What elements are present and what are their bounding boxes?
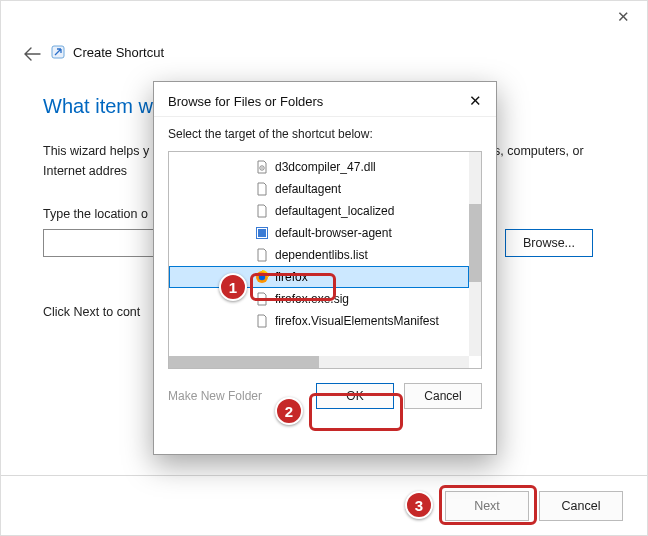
file-label: defaultagent [275,182,341,196]
dialog-button-row: Make New Folder OK Cancel [154,369,496,409]
dialog-instruction: Select the target of the shortcut below: [154,117,496,151]
cancel-button[interactable]: Cancel [539,491,623,521]
back-arrow-icon[interactable] [23,47,41,65]
file-icon [255,314,269,328]
file-label: firefox.VisualElementsManifest [275,314,439,328]
file-item-defaultagent[interactable]: defaultagent [169,178,469,200]
horizontal-scroll-thumb[interactable] [169,356,319,368]
file-item-defaultagent-localized[interactable]: defaultagent_localized [169,200,469,222]
dll-icon [255,160,269,174]
svg-point-6 [259,274,265,280]
svg-point-2 [261,167,263,169]
dialog-cancel-button[interactable]: Cancel [404,383,482,409]
file-label: firefox.exe.sig [275,292,349,306]
annotation-3: 3 [405,491,433,519]
vertical-scroll-thumb[interactable] [469,204,481,282]
file-item-default-browser-agent[interactable]: default-browser-agent [169,222,469,244]
file-icon [255,182,269,196]
file-item-firefox-exe-sig[interactable]: firefox.exe.sig [169,288,469,310]
wizard-text-a: This wizard helps y [43,144,149,158]
shortcut-icon [51,45,65,59]
horizontal-scrollbar[interactable] [169,356,469,368]
close-icon[interactable]: ✕ [466,92,484,110]
file-icon [255,248,269,262]
file-label: defaultagent_localized [275,204,394,218]
file-label: default-browser-agent [275,226,392,240]
annotation-2: 2 [275,397,303,425]
vertical-scrollbar[interactable] [469,152,481,356]
file-label: firefox [275,270,308,284]
exe-icon [255,226,269,240]
file-item-d3dcompiler-47-dll[interactable]: d3dcompiler_47.dll [169,156,469,178]
browse-dialog: Browse for Files or Folders ✕ Select the… [153,81,497,455]
window-title: Create Shortcut [73,45,164,60]
file-label: dependentlibs.list [275,248,368,262]
file-item-dependentlibs-list[interactable]: dependentlibs.list [169,244,469,266]
location-label: Type the location o [43,207,148,221]
svg-rect-4 [258,229,266,237]
wizard-footer: Next Cancel [1,475,647,535]
file-icon [255,204,269,218]
file-item-firefox-visualelementsmanifest[interactable]: firefox.VisualElementsManifest [169,310,469,332]
page-heading: What item wo [43,95,164,118]
file-icon [255,292,269,306]
file-tree: d3dcompiler_47.dlldefaultagentdefaultage… [168,151,482,369]
file-label: d3dcompiler_47.dll [275,160,376,174]
browse-button[interactable]: Browse... [505,229,593,257]
file-item-firefox[interactable]: firefox [169,266,469,288]
ok-button[interactable]: OK [316,383,394,409]
file-list[interactable]: d3dcompiler_47.dlldefaultagentdefaultage… [169,152,469,356]
make-new-folder-button: Make New Folder [168,389,262,403]
dialog-title: Browse for Files or Folders [168,94,323,109]
click-next-text: Click Next to cont [43,305,140,319]
close-icon[interactable]: ✕ [615,9,631,25]
dialog-titlebar: Browse for Files or Folders ✕ [154,82,496,117]
next-button[interactable]: Next [445,491,529,521]
annotation-1: 1 [219,273,247,301]
firefox-icon [255,270,269,284]
